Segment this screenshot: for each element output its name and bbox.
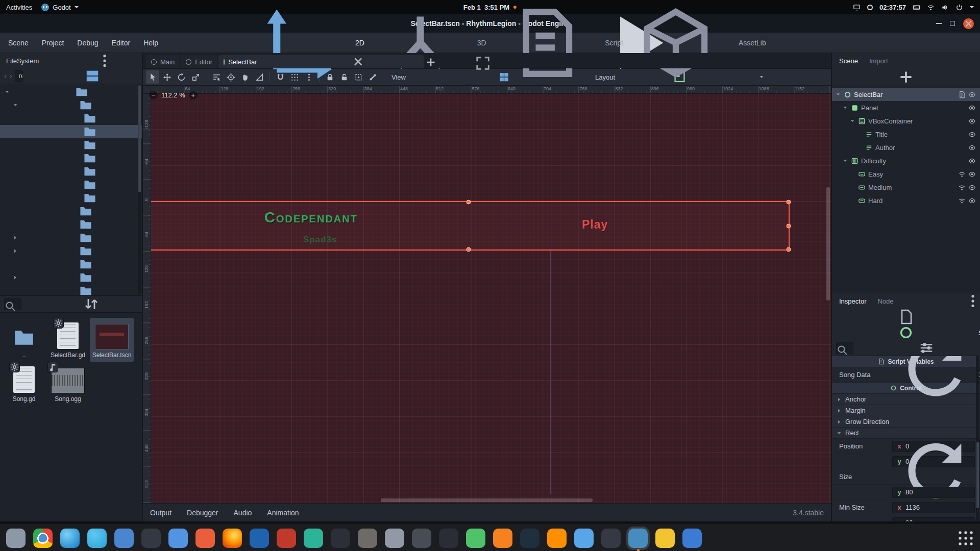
signal-connection-icon[interactable] bbox=[958, 184, 966, 191]
new-resource-icon[interactable] bbox=[837, 309, 975, 325]
scene-node-medium[interactable]: Medium bbox=[832, 181, 980, 194]
collapse-icon[interactable] bbox=[12, 102, 18, 108]
tab-node[interactable]: Node bbox=[877, 297, 893, 305]
filesystem-scrollbar[interactable] bbox=[138, 85, 141, 294]
scene-node-panel[interactable]: Panel bbox=[832, 101, 980, 114]
dock-icon-writer[interactable] bbox=[168, 529, 188, 548]
fs-tree-item-conductor[interactable]: Conductor bbox=[0, 205, 142, 218]
file-item-parent[interactable]: .. bbox=[2, 318, 46, 362]
dock-icon-shield[interactable] bbox=[655, 529, 675, 548]
dock-icon-video[interactable] bbox=[277, 529, 296, 548]
expand-icon[interactable] bbox=[12, 274, 18, 281]
inspector-scrollbar[interactable] bbox=[976, 356, 979, 521]
dock-icon-green-tool[interactable] bbox=[304, 529, 323, 548]
debugger-button[interactable]: Debugger bbox=[187, 509, 218, 517]
dock-icon-app-center[interactable] bbox=[114, 529, 134, 548]
selection-handle-bottom-center[interactable] bbox=[466, 247, 471, 252]
dock-icon-vlc[interactable] bbox=[547, 529, 567, 548]
file-item-song-ogg[interactable]: Song.ogg bbox=[46, 362, 90, 406]
dock-icon-firefox[interactable] bbox=[223, 529, 242, 548]
dock-icon-rhythmbox[interactable] bbox=[195, 529, 215, 548]
minimize-button[interactable] bbox=[936, 23, 942, 24]
collapse-icon[interactable] bbox=[835, 91, 841, 97]
maximize-button[interactable] bbox=[950, 21, 955, 26]
visibility-eye-icon[interactable] bbox=[968, 91, 976, 98]
rotate-tool[interactable] bbox=[175, 70, 188, 84]
close-button[interactable] bbox=[963, 18, 974, 29]
fs-tree-item-license[interactable]: license bbox=[0, 284, 142, 296]
expand-icon[interactable] bbox=[12, 235, 18, 241]
dock-icon-home[interactable] bbox=[466, 529, 485, 548]
selection-handle-top-center[interactable] bbox=[466, 200, 471, 205]
file-item-selectbar-gd[interactable]: SelectBar.gd bbox=[46, 318, 90, 362]
dock-icon-inkscape[interactable] bbox=[439, 529, 458, 548]
scene-node-difficulty[interactable]: Difficulty bbox=[832, 154, 980, 167]
min-size-y-field[interactable]: y 80 bbox=[892, 517, 975, 522]
file-item-song-gd[interactable]: Song.gd bbox=[2, 362, 46, 406]
dock-icon-godot[interactable] bbox=[628, 529, 648, 548]
visibility-eye-icon[interactable] bbox=[968, 131, 976, 138]
dock-icon-steam[interactable] bbox=[520, 529, 540, 548]
history-forward-button[interactable]: › bbox=[9, 71, 12, 81]
dock-icon-disks[interactable] bbox=[412, 529, 431, 548]
viewport-vertical-scrollbar[interactable] bbox=[826, 187, 830, 300]
fs-tree-item-milkywaystars[interactable]: MilkyWayStars bbox=[0, 165, 142, 178]
zoom-out-button[interactable]: − bbox=[149, 91, 158, 99]
signal-connection-icon[interactable] bbox=[958, 197, 966, 205]
selectbar-panel-selection[interactable] bbox=[151, 201, 790, 251]
show-applications-button[interactable] bbox=[957, 530, 974, 546]
list-select-tool[interactable] bbox=[210, 70, 223, 84]
dock-icon-store[interactable] bbox=[141, 529, 161, 548]
fs-tree-item-editor[interactable]: Editor bbox=[0, 218, 142, 231]
scene-node-author[interactable]: Author bbox=[832, 141, 980, 154]
fs-tree-item-addons[interactable]: addons bbox=[0, 271, 142, 284]
fs-tree-item-codependant[interactable]: Codependant bbox=[0, 125, 142, 138]
visibility-eye-icon[interactable] bbox=[968, 117, 976, 125]
sort-files-icon[interactable] bbox=[24, 296, 158, 312]
fs-tree-item-vertigo[interactable]: Vertigo bbox=[0, 191, 142, 205]
file-item-selectbar-tscn[interactable]: SelectBar.tscn bbox=[90, 318, 134, 362]
fs-tree-item-charts[interactable]: Charts bbox=[0, 98, 142, 112]
dock-icon-mail[interactable] bbox=[250, 529, 269, 548]
dock-icon-misc-blue[interactable] bbox=[682, 529, 702, 548]
section-rect[interactable]: Rect bbox=[832, 428, 980, 439]
dock-icon-files[interactable] bbox=[6, 529, 26, 548]
dock-icon-telegram[interactable] bbox=[87, 529, 107, 548]
visibility-eye-icon[interactable] bbox=[968, 144, 976, 152]
menu-scene[interactable]: Scene bbox=[8, 39, 29, 47]
dock-icon-calculator[interactable] bbox=[493, 529, 512, 548]
menu-debug[interactable]: Debug bbox=[77, 39, 98, 47]
section-grow-direction[interactable]: Grow Direction bbox=[832, 416, 980, 428]
tab-inspector[interactable]: Inspector bbox=[839, 297, 866, 305]
visibility-eye-icon[interactable] bbox=[968, 170, 976, 178]
attached-script-icon[interactable] bbox=[958, 91, 966, 98]
collapse-icon[interactable] bbox=[842, 105, 848, 111]
menu-project[interactable]: Project bbox=[42, 39, 64, 47]
expand-icon[interactable] bbox=[12, 248, 18, 254]
visibility-eye-icon[interactable] bbox=[968, 157, 976, 165]
audio-button[interactable]: Audio bbox=[234, 509, 252, 517]
dock-icon-terminal[interactable] bbox=[331, 529, 350, 548]
scene-node-selectbar[interactable]: SelectBar bbox=[832, 88, 980, 101]
selection-handle-middle-right[interactable] bbox=[787, 223, 791, 228]
scene-node-title[interactable]: Title bbox=[832, 128, 980, 141]
menu-help[interactable]: Help bbox=[143, 39, 158, 47]
dock-icon-settings[interactable] bbox=[385, 529, 404, 548]
zoom-in-button[interactable]: + bbox=[189, 91, 198, 99]
fs-tree-item-shinjioto[interactable]: Shinjioto bbox=[0, 178, 142, 191]
visibility-eye-icon[interactable] bbox=[968, 197, 976, 205]
move-tool[interactable] bbox=[160, 70, 174, 84]
collapse-icon[interactable] bbox=[4, 89, 10, 95]
fs-tree-item-res[interactable]: res:// bbox=[0, 85, 142, 98]
scene-node-hard[interactable]: Hard bbox=[832, 194, 980, 207]
dock-icon-chrome[interactable] bbox=[33, 529, 53, 548]
property-tools-icon[interactable] bbox=[856, 340, 980, 356]
dock-icon-photos[interactable] bbox=[574, 529, 594, 548]
size-y-field[interactable]: y 80 bbox=[892, 487, 975, 498]
current-path[interactable]: res://Charts/Codependan bbox=[15, 70, 23, 82]
visibility-eye-icon[interactable] bbox=[968, 104, 976, 112]
dock-icon-gimp[interactable] bbox=[358, 529, 377, 548]
app-menu[interactable]: Godot bbox=[41, 4, 78, 11]
min-size-x-field[interactable]: x 1136 bbox=[892, 502, 975, 513]
fs-tree-item-cookies[interactable]: Cookies bbox=[0, 138, 142, 152]
